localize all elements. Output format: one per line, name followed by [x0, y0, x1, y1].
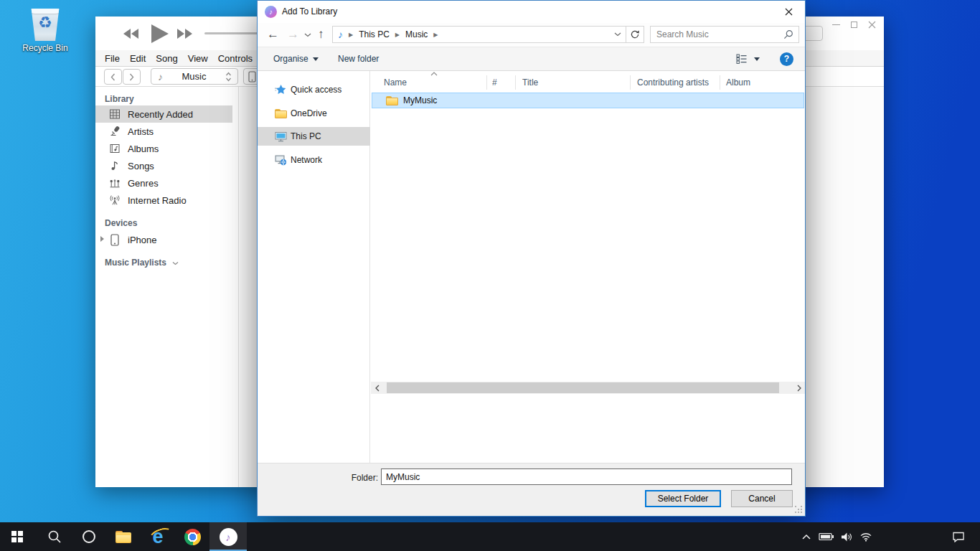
sidebar-item-internet-radio[interactable]: Internet Radio [95, 192, 232, 209]
close-icon [868, 21, 876, 29]
file-name: MyMusic [403, 95, 437, 105]
scroll-left-arrow[interactable] [371, 382, 383, 394]
scrollbar-thumb[interactable] [387, 382, 779, 393]
view-details-icon[interactable] [736, 54, 748, 64]
select-folder-button[interactable]: Select Folder [645, 490, 721, 507]
dialog-nav-pane: Quick access OneDrive This PC [258, 71, 370, 463]
menu-view[interactable]: View [188, 53, 208, 64]
devices-header: Devices [105, 218, 137, 228]
recent-locations-chevron[interactable] [304, 33, 311, 37]
internet-explorer-button[interactable]: e [141, 522, 175, 551]
sidebar-item-label: Albums [128, 143, 159, 154]
itunes-forward-button[interactable] [123, 69, 141, 85]
start-button[interactable] [0, 522, 34, 551]
itunes-back-button[interactable] [104, 69, 122, 85]
navpane-item-onedrive[interactable]: OneDrive [258, 104, 370, 123]
scroll-right-arrow[interactable] [793, 382, 805, 394]
music-note-icon [108, 160, 121, 171]
file-row-mymusic[interactable]: MyMusic [372, 93, 804, 108]
breadcrumb-music[interactable]: Music [405, 29, 428, 39]
chrome-button[interactable] [175, 522, 209, 551]
file-list: Name # Title Contributing artists Album … [371, 71, 805, 463]
desktop: ♻ Recycle Bin File Edit Song View [0, 0, 980, 551]
resize-grip[interactable] [795, 506, 802, 513]
chevron-right-icon [129, 73, 134, 81]
itunes-taskbar-button[interactable]: ♪ [209, 522, 247, 551]
column-separator[interactable] [630, 75, 631, 90]
radio-tower-icon [108, 194, 121, 206]
sidebar-item-artists[interactable]: Artists [95, 123, 232, 140]
menu-controls[interactable]: Controls [218, 53, 253, 64]
network-icon [274, 154, 287, 166]
battery-tray-button[interactable] [817, 522, 836, 551]
chevron-down-icon [172, 261, 179, 265]
menu-file[interactable]: File [105, 53, 120, 64]
grid-icon [108, 108, 121, 120]
recycle-symbol-icon: ♻ [29, 15, 61, 31]
folder-icon [386, 96, 398, 105]
network-tray-button[interactable] [857, 522, 875, 551]
refresh-button[interactable] [626, 26, 644, 43]
navpane-item-network[interactable]: Network [258, 151, 370, 169]
music-note-icon: ♪ [158, 71, 163, 83]
file-explorer-button[interactable] [106, 522, 141, 551]
cancel-button[interactable]: Cancel [731, 490, 793, 507]
organise-button[interactable]: Organise [273, 47, 319, 70]
column-header-album[interactable]: Album [726, 74, 750, 91]
itunes-app-icon: ♪ [265, 6, 277, 18]
navpane-item-this-pc[interactable]: This PC [258, 127, 370, 146]
sidebar-item-iphone[interactable]: iPhone [95, 231, 232, 248]
cortana-button[interactable] [72, 522, 106, 551]
column-header-contributing-artists[interactable]: Contributing artists [637, 74, 709, 91]
new-folder-button[interactable]: New folder [338, 47, 379, 70]
forward-button-disabled[interactable]: → [287, 27, 299, 42]
media-kind-value: Music [163, 71, 225, 82]
search-box[interactable] [650, 26, 799, 43]
folder-name-input[interactable] [381, 468, 792, 485]
sort-ascending-icon [430, 72, 438, 76]
navpane-item-quick-access[interactable]: Quick access [258, 80, 370, 99]
column-separator[interactable] [720, 75, 720, 90]
help-button[interactable]: ? [780, 52, 793, 66]
back-button[interactable]: ← [267, 27, 279, 42]
view-options-chevron[interactable] [754, 57, 760, 61]
menu-edit[interactable]: Edit [130, 53, 146, 64]
volume-tray-button[interactable] [837, 522, 856, 551]
itunes-maximize-button[interactable] [849, 20, 859, 29]
sidebar-item-songs[interactable]: Songs [95, 157, 232, 174]
dialog-title: Add To Library [282, 1, 337, 23]
menu-song[interactable]: Song [156, 53, 177, 64]
itunes-icon: ♪ [220, 528, 237, 546]
expand-arrow-icon[interactable] [100, 236, 104, 242]
navpane-label: Quick access [291, 85, 341, 95]
breadcrumb-separator-icon: ▶ [349, 32, 353, 38]
column-header-title[interactable]: Title [522, 74, 538, 91]
itunes-minimize-button[interactable] [831, 20, 841, 29]
media-kind-picker[interactable]: ♪ Music [151, 68, 238, 85]
sidebar-item-genres[interactable]: Genres [95, 174, 232, 192]
search-input[interactable] [651, 27, 778, 42]
sidebar-item-recently-added[interactable]: Recently Added [95, 105, 232, 123]
hidden-icons-button[interactable] [797, 522, 816, 551]
sidebar-item-label: Recently Added [128, 109, 193, 120]
up-button[interactable]: ↑ [318, 27, 324, 42]
search-icon[interactable] [783, 29, 793, 39]
action-center-icon [952, 531, 965, 542]
dialog-close-button[interactable] [773, 1, 805, 22]
address-dropdown-chevron[interactable] [614, 32, 621, 37]
action-center-button[interactable] [947, 522, 970, 551]
recycle-bin[interactable]: ♻ Recycle Bin [20, 9, 70, 53]
column-header-name[interactable]: Name [384, 74, 407, 91]
column-separator[interactable] [515, 75, 516, 90]
breadcrumb-this-pc[interactable]: This PC [359, 29, 390, 39]
music-playlists-header[interactable]: Music Playlists [105, 258, 179, 268]
sidebar-item-albums[interactable]: Albums [95, 140, 232, 157]
horizontal-scrollbar[interactable] [371, 382, 805, 394]
sidebar-item-label: Songs [128, 161, 154, 171]
column-separator[interactable] [486, 75, 487, 90]
address-bar[interactable]: ♪ ▶ This PC ▶ Music ▶ [332, 26, 626, 43]
column-header-number[interactable]: # [492, 74, 497, 91]
itunes-close-button[interactable] [867, 20, 877, 29]
search-icon [47, 529, 62, 544]
taskbar-search-button[interactable] [37, 522, 72, 551]
